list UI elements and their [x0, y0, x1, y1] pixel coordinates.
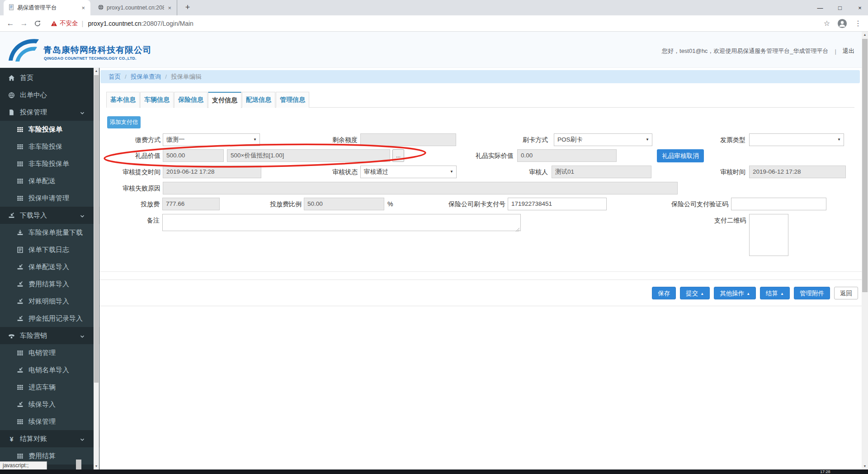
footer-button[interactable]: 其他操作▲: [714, 287, 756, 299]
sidebar-subitem[interactable]: 续保导入: [0, 396, 99, 413]
breadcrumb-item[interactable]: 投保单查询: [131, 73, 161, 81]
sidebar-inner-scroll-end[interactable]: [76, 460, 81, 469]
url-path: :20807/Login/Main: [142, 20, 193, 27]
gift-audit-cancel-button[interactable]: 礼品审核取消: [657, 149, 704, 162]
document-favicon-icon: [8, 4, 14, 12]
maximize-button[interactable]: □: [836, 5, 844, 11]
scroll-up-icon[interactable]: ▲: [862, 32, 868, 38]
import-icon: [17, 401, 24, 408]
company-name-en: QINGDAO COUNTNET TECHNOLOGY CO.,LTD.: [44, 56, 137, 61]
tab-inactive[interactable]: 基本信息: [106, 92, 140, 108]
insurer-card-pay-no-label: 保险公司刷卡支付号: [438, 198, 505, 210]
sidebar-subitem[interactable]: 投保申请管理: [0, 190, 99, 207]
sidebar-item[interactable]: 首页: [0, 69, 99, 86]
sidebar-subitem[interactable]: 保单配送: [0, 172, 99, 190]
browser-tab-title: proxy1.countnet.cn:20801/Veh: [107, 5, 164, 11]
back-button[interactable]: ←: [4, 19, 17, 28]
sidebar-item[interactable]: ¥结算对账: [0, 430, 99, 447]
browser-tab-current[interactable]: 易保通管理平台 ×: [4, 0, 90, 15]
url-host: proxy1.countnet.cn: [88, 20, 141, 27]
caret-up-icon: ▲: [746, 292, 750, 296]
remark-label: 备注: [99, 214, 160, 227]
footer-button[interactable]: 保存: [652, 287, 676, 299]
breadcrumb-item[interactable]: 首页: [108, 73, 121, 81]
footer-button[interactable]: 返回: [834, 287, 858, 299]
forward-button[interactable]: →: [17, 19, 31, 28]
download-icon: [17, 229, 24, 236]
taskbar-clock: 17:28: [820, 469, 830, 474]
scrollbar-thumb[interactable]: [862, 39, 868, 292]
audit-status-select[interactable]: 审核通过▼: [360, 166, 457, 178]
close-button[interactable]: ×: [856, 5, 863, 11]
sidebar-item[interactable]: 出单中心: [0, 86, 99, 104]
browser-menu-icon[interactable]: ⋮: [854, 19, 862, 28]
tab-close-icon[interactable]: ×: [167, 5, 172, 11]
sidebar-subitem[interactable]: 电销名单导入: [0, 361, 99, 379]
footer-button[interactable]: 提交▲: [680, 287, 710, 299]
delivery-fee-ratio-input: 50.00: [304, 198, 384, 210]
sidebar-subitem[interactable]: 电销管理: [0, 344, 99, 361]
tab-close-icon[interactable]: ×: [80, 5, 86, 11]
browser-tab-background[interactable]: proxy1.countnet.cn:20801/Veh ×: [93, 0, 177, 15]
sidebar-subitem[interactable]: 车险保单批量下载: [0, 224, 99, 241]
status-tooltip: javascript:;: [0, 461, 47, 470]
invoice-type-select[interactable]: ▼: [749, 133, 844, 146]
sidebar-subitem[interactable]: 对账明细导入: [0, 293, 99, 310]
sidebar-scrollbar[interactable]: ▲ ▼: [94, 68, 99, 469]
sidebar-item[interactable]: 下载导入: [0, 207, 99, 224]
resize-grip-icon[interactable]: [515, 226, 520, 230]
scroll-down-icon[interactable]: ▼: [862, 463, 868, 469]
sidebar-subitem[interactable]: 费用结算导入: [0, 275, 99, 293]
address-bar[interactable]: 不安全 | proxy1.countnet.cn :20807/Login/Ma…: [51, 17, 193, 30]
footer-button[interactable]: 管理附件: [794, 287, 830, 299]
tab-inactive[interactable]: 配送信息: [242, 92, 275, 108]
sidebar-subitem-label: 对账明细导入: [28, 297, 69, 306]
sidebar-subitem[interactable]: 车险投保单: [0, 121, 99, 138]
card-method-select[interactable]: POS刷卡▼: [554, 133, 652, 146]
sidebar-item[interactable]: 投保管理: [0, 104, 99, 121]
sidebar-item-label: 投保管理: [20, 108, 47, 117]
tab-inactive[interactable]: 管理信息: [276, 92, 309, 108]
tab-inactive[interactable]: 保险信息: [174, 92, 208, 108]
sidebar-item[interactable]: 车险营销: [0, 327, 99, 344]
window-scrollbar[interactable]: ▲ ▼: [862, 32, 868, 469]
tab-inactive[interactable]: 车辆信息: [140, 92, 174, 108]
footer-button[interactable]: 结算▲: [760, 287, 790, 299]
new-tab-button[interactable]: +: [182, 2, 193, 14]
security-warning-label: 不安全: [60, 19, 78, 28]
security-chip[interactable]: 不安全: [51, 19, 78, 28]
reload-button[interactable]: [31, 19, 44, 28]
sidebar-subitem[interactable]: 非车险投保: [0, 138, 99, 155]
sidebar-subitem-label: 费用结算: [28, 452, 56, 460]
grid-icon: [17, 195, 24, 202]
sidebar-subitem[interactable]: 保单配送导入: [0, 258, 99, 275]
pay-method-select[interactable]: 缴测一▼: [163, 133, 260, 146]
sidebar-subitem[interactable]: 保单下载日志: [0, 241, 99, 258]
minimize-button[interactable]: —: [816, 5, 824, 11]
bookmark-star-icon[interactable]: ☆: [824, 19, 830, 28]
sidebar-subitem-label: 电销管理: [28, 349, 56, 357]
gift-value-more-button[interactable]: ...: [392, 149, 404, 162]
sidebar-subitem[interactable]: 续保管理: [0, 413, 99, 430]
import-icon: [8, 212, 16, 219]
tab-active[interactable]: 支付信息: [208, 92, 241, 108]
insurer-pay-verify-code-input[interactable]: [731, 198, 826, 210]
scrollbar-thumb[interactable]: [94, 75, 99, 383]
sidebar-subitem[interactable]: 押金抵用记录导入: [0, 310, 99, 327]
sidebar-subitem-label: 保单配送: [28, 177, 56, 185]
scroll-up-icon[interactable]: ▲: [94, 68, 99, 74]
insurer-card-pay-no-input[interactable]: 171922738451: [508, 198, 607, 210]
remark-textarea[interactable]: [162, 214, 521, 231]
chevron-down-icon: [80, 333, 85, 338]
breadcrumb-separator: /: [165, 73, 167, 80]
sidebar-subitem[interactable]: 进店车辆: [0, 379, 99, 396]
home-icon: [8, 75, 16, 81]
scroll-down-icon[interactable]: ▼: [94, 463, 99, 469]
footer-action-bar: 保存提交▲其他操作▲结算▲管理附件返回: [99, 280, 862, 306]
add-payment-info-button[interactable]: 添加支付信息: [107, 116, 141, 128]
logout-link[interactable]: 退出: [843, 47, 854, 55]
sidebar-item-label: 下载导入: [20, 211, 47, 220]
audit-submit-time-label: 审核提交时间: [99, 166, 160, 178]
profile-avatar[interactable]: [837, 19, 847, 28]
sidebar-subitem[interactable]: 非车险投保单: [0, 155, 99, 172]
